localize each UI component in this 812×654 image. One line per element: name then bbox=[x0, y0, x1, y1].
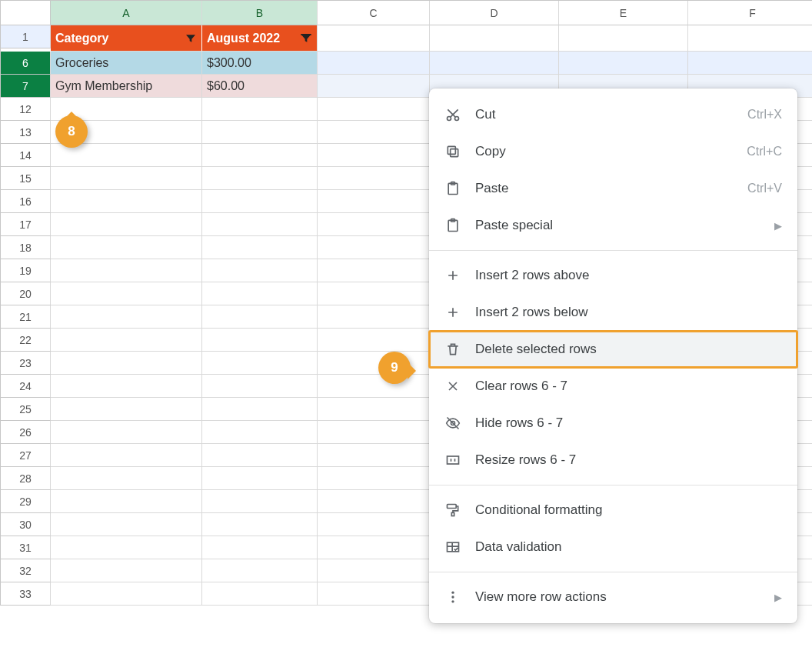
menu-copy[interactable]: Copy Ctrl+C bbox=[429, 133, 797, 170]
menu-insert-below[interactable]: Insert 2 rows below bbox=[429, 294, 797, 331]
cell-blank[interactable] bbox=[318, 259, 430, 282]
cell-blank[interactable] bbox=[202, 98, 318, 121]
cell-blank[interactable] bbox=[51, 375, 202, 398]
cell-blank[interactable] bbox=[51, 513, 202, 536]
cell-blank[interactable] bbox=[318, 559, 430, 582]
cell-blank[interactable] bbox=[51, 329, 202, 352]
row-header-32[interactable]: 32 bbox=[1, 559, 51, 582]
row-header-25[interactable]: 25 bbox=[1, 398, 51, 421]
cell-b6[interactable]: $300.00 bbox=[202, 52, 318, 75]
cell-d6[interactable] bbox=[430, 52, 559, 75]
cell-c6[interactable] bbox=[318, 52, 430, 75]
row-header-14[interactable]: 14 bbox=[1, 144, 51, 167]
row-header-12[interactable]: 12 bbox=[1, 98, 51, 121]
cell-d1[interactable] bbox=[430, 25, 559, 52]
cell-blank[interactable] bbox=[202, 467, 318, 490]
row-header-28[interactable]: 28 bbox=[1, 467, 51, 490]
menu-paste[interactable]: Paste Ctrl+V bbox=[429, 170, 797, 207]
cell-a6[interactable]: Groceries bbox=[51, 52, 202, 75]
row-header-18[interactable]: 18 bbox=[1, 236, 51, 259]
cell-blank[interactable] bbox=[51, 352, 202, 375]
cell-blank[interactable] bbox=[318, 513, 430, 536]
row-header-17[interactable]: 17 bbox=[1, 213, 51, 236]
menu-conditional-formatting[interactable]: Conditional formatting bbox=[429, 492, 797, 529]
cell-blank[interactable] bbox=[202, 305, 318, 329]
cell-blank[interactable] bbox=[51, 213, 202, 236]
row-header-7[interactable]: 7 bbox=[1, 75, 51, 98]
row-header-22[interactable]: 22 bbox=[1, 329, 51, 352]
cell-blank[interactable] bbox=[51, 167, 202, 190]
menu-delete-rows[interactable]: Delete selected rows bbox=[429, 331, 797, 368]
row-header-33[interactable]: 33 bbox=[1, 582, 51, 606]
cell-blank[interactable] bbox=[202, 329, 318, 352]
menu-resize-rows[interactable]: Resize rows 6 - 7 bbox=[429, 442, 797, 479]
menu-cut[interactable]: Cut Ctrl+X bbox=[429, 96, 797, 133]
cell-blank[interactable] bbox=[318, 536, 430, 559]
cell-blank[interactable] bbox=[318, 213, 430, 236]
cell-blank[interactable] bbox=[51, 467, 202, 490]
cell-blank[interactable] bbox=[202, 121, 318, 144]
menu-clear-rows[interactable]: Clear rows 6 - 7 bbox=[429, 368, 797, 405]
col-header-f[interactable]: F bbox=[688, 1, 812, 25]
cell-f1[interactable] bbox=[688, 25, 812, 52]
cell-blank[interactable] bbox=[202, 375, 318, 398]
row-header-20[interactable]: 20 bbox=[1, 282, 51, 305]
cell-blank[interactable] bbox=[202, 236, 318, 259]
cell-blank[interactable] bbox=[318, 582, 430, 606]
cell-b7[interactable]: $60.00 bbox=[202, 75, 318, 98]
cell-blank[interactable] bbox=[202, 536, 318, 559]
row-header-27[interactable]: 27 bbox=[1, 444, 51, 467]
col-header-d[interactable]: D bbox=[430, 1, 559, 25]
filter-icon[interactable] bbox=[185, 32, 197, 45]
col-header-a[interactable]: A bbox=[51, 1, 202, 25]
cell-blank[interactable] bbox=[318, 282, 430, 305]
cell-blank[interactable] bbox=[202, 398, 318, 421]
cell-blank[interactable] bbox=[202, 582, 318, 606]
cell-blank[interactable] bbox=[318, 398, 430, 421]
row-header-30[interactable]: 30 bbox=[1, 513, 51, 536]
cell-blank[interactable] bbox=[51, 236, 202, 259]
row-header-29[interactable]: 29 bbox=[1, 490, 51, 513]
cell-f6[interactable] bbox=[688, 52, 812, 75]
cell-blank[interactable] bbox=[51, 259, 202, 282]
cell-blank[interactable] bbox=[318, 98, 430, 121]
col-header-b[interactable]: B bbox=[202, 1, 318, 25]
cell-blank[interactable] bbox=[202, 259, 318, 282]
cell-c7[interactable] bbox=[318, 75, 430, 98]
cell-e1[interactable] bbox=[559, 25, 688, 52]
menu-hide-rows[interactable]: Hide rows 6 - 7 bbox=[429, 405, 797, 442]
cell-blank[interactable] bbox=[318, 490, 430, 513]
cell-blank[interactable] bbox=[51, 282, 202, 305]
cell-blank[interactable] bbox=[51, 490, 202, 513]
row-header-13[interactable]: 13 bbox=[1, 121, 51, 144]
cell-blank[interactable] bbox=[202, 490, 318, 513]
cell-blank[interactable] bbox=[51, 305, 202, 329]
cell-blank[interactable] bbox=[202, 559, 318, 582]
col-header-e[interactable]: E bbox=[559, 1, 688, 25]
header-cell-category[interactable]: Category bbox=[51, 25, 202, 52]
cell-blank[interactable] bbox=[318, 121, 430, 144]
cell-blank[interactable] bbox=[318, 190, 430, 213]
cell-blank[interactable] bbox=[202, 282, 318, 305]
cell-blank[interactable] bbox=[318, 236, 430, 259]
cell-blank[interactable] bbox=[202, 144, 318, 167]
cell-a7[interactable]: Gym Membership bbox=[51, 75, 202, 98]
cell-blank[interactable] bbox=[51, 559, 202, 582]
cell-e6[interactable] bbox=[559, 52, 688, 75]
cell-blank[interactable] bbox=[202, 444, 318, 467]
row-header-15[interactable]: 15 bbox=[1, 167, 51, 190]
cell-blank[interactable] bbox=[51, 444, 202, 467]
cell-blank[interactable] bbox=[202, 190, 318, 213]
row-header-26[interactable]: 26 bbox=[1, 421, 51, 444]
row-header-21[interactable]: 21 bbox=[1, 305, 51, 329]
cell-blank[interactable] bbox=[202, 213, 318, 236]
menu-more-actions[interactable]: View more row actions ▶ bbox=[429, 579, 797, 616]
col-header-c[interactable]: C bbox=[318, 1, 430, 25]
cell-c1[interactable] bbox=[318, 25, 430, 52]
cell-blank[interactable] bbox=[202, 513, 318, 536]
select-all-corner[interactable] bbox=[1, 1, 51, 25]
row-header-24[interactable]: 24 bbox=[1, 375, 51, 398]
cell-blank[interactable] bbox=[51, 421, 202, 444]
cell-blank[interactable] bbox=[51, 582, 202, 606]
menu-insert-above[interactable]: Insert 2 rows above bbox=[429, 257, 797, 294]
